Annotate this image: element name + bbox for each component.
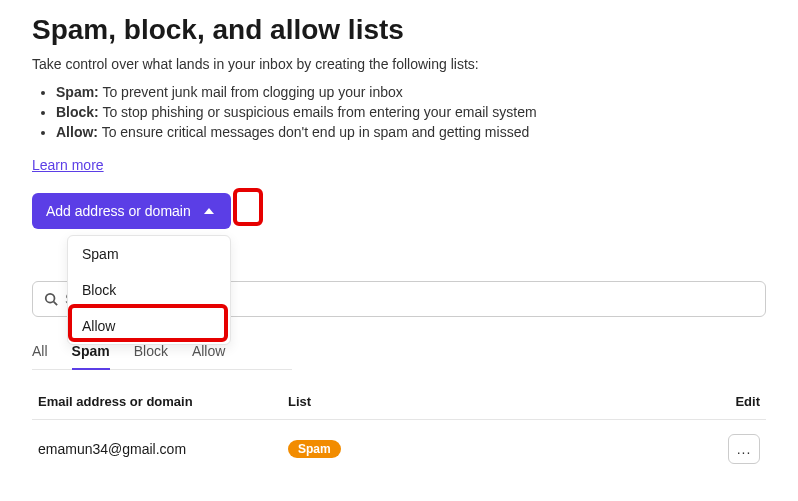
- list-item: Block: To stop phishing or suspicious em…: [56, 104, 766, 120]
- tab-all[interactable]: All: [32, 335, 48, 369]
- bullet-label: Spam:: [56, 84, 99, 100]
- column-header-list: List: [288, 394, 720, 409]
- column-header-edit: Edit: [720, 394, 760, 409]
- dropdown-item-block[interactable]: Block: [68, 272, 230, 308]
- table-row: emamun34@gmail.com Spam ...: [32, 420, 766, 478]
- dropdown-item-spam[interactable]: Spam: [68, 236, 230, 272]
- add-dropdown: Spam Block Allow: [67, 235, 231, 345]
- list-item: Allow: To ensure critical messages don't…: [56, 124, 766, 140]
- bullet-label: Block:: [56, 104, 99, 120]
- bullet-label: Allow:: [56, 124, 98, 140]
- annotation-highlight: [233, 188, 263, 226]
- row-list: Spam: [288, 440, 720, 458]
- learn-more-link[interactable]: Learn more: [32, 157, 104, 173]
- caret-up-icon[interactable]: [201, 203, 217, 219]
- add-button-label: Add address or domain: [46, 203, 191, 219]
- list-badge: Spam: [288, 440, 341, 458]
- row-edit-button[interactable]: ...: [728, 434, 760, 464]
- description-list: Spam: To prevent junk mail from clogging…: [32, 84, 766, 140]
- page-subtitle: Take control over what lands in your inb…: [32, 56, 766, 72]
- svg-point-0: [46, 294, 55, 303]
- dropdown-item-allow[interactable]: Allow: [68, 308, 230, 344]
- row-email: emamun34@gmail.com: [38, 441, 288, 457]
- bullet-text: To prevent junk mail from clogging up yo…: [99, 84, 403, 100]
- bullet-text: To ensure critical messages don't end up…: [98, 124, 529, 140]
- list-item: Spam: To prevent junk mail from clogging…: [56, 84, 766, 100]
- search-icon: [44, 292, 58, 306]
- svg-line-1: [54, 302, 58, 306]
- page-title: Spam, block, and allow lists: [32, 14, 766, 46]
- column-header-email: Email address or domain: [38, 394, 288, 409]
- bullet-text: To stop phishing or suspicious emails fr…: [99, 104, 537, 120]
- add-address-button[interactable]: Add address or domain: [32, 193, 231, 229]
- table-header: Email address or domain List Edit: [32, 384, 766, 420]
- action-row: Add address or domain Spam Block Allow: [32, 193, 766, 229]
